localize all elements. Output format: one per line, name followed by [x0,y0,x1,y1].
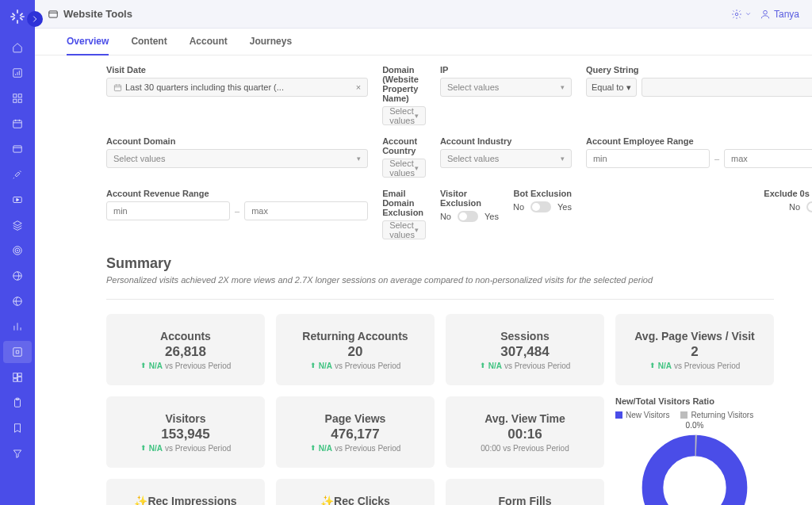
nav-target[interactable] [3,239,32,262]
metric-accounts: Accounts 26,818 ⬆N/Avs Previous Period [106,314,265,385]
tab-account[interactable]: Account [190,29,228,55]
gear-icon [731,9,742,20]
app-header: Website Tools Tanya [35,0,812,29]
filter-label: Domain (Website Property Name) [382,65,426,103]
svg-rect-18 [13,379,17,382]
filter-label: Query String [586,65,812,75]
bot-exclusion-toggle[interactable] [530,201,551,212]
chevron-down-icon [745,10,752,17]
metric-returning-accounts: Returning Accounts 20 ⬆N/Avs Previous Pe… [276,314,435,385]
tab-journeys[interactable]: Journeys [250,29,292,55]
legend-returning-visitors: Returning Visitors [680,411,753,419]
metric-page-views: Page Views 476,177 ⬆N/Avs Previous Perio… [276,396,435,468]
donut-chart [639,432,750,506]
query-string-input[interactable] [642,78,812,97]
svg-rect-24 [114,85,121,90]
filter-label: Exclude 0s Duration [764,189,812,198]
metrics-row-1: Accounts 26,818 ⬆N/Avs Previous Period R… [106,314,774,385]
email-exclusion-select[interactable]: Select values▾ [382,220,426,239]
filter-label: Account Industry [440,136,572,146]
svg-rect-2 [18,94,21,98]
visitors-ratio-chart: New/Total Visitors Ratio New Visitors Re… [615,396,774,505]
metric-form-fills: Form Fills 0 0.0%vs Previous Period [446,479,604,505]
nav-clipboard[interactable] [3,392,32,414]
metric-rec-impressions: ✨Rec Impressions 153,099 ⬆N/Avs Previous… [106,479,265,505]
nav-layers[interactable] [3,214,32,236]
svg-point-10 [15,248,20,253]
filter-label: Email Domain Exclusion [382,189,426,217]
metric-rec-clicks: ✨Rec Clicks 21,811 ⬆N/Avs Previous Perio… [276,479,435,505]
calendar-icon [113,83,122,92]
nav-dashboard[interactable] [3,366,32,388]
sidebar-expand-button[interactable] [27,11,43,27]
svg-rect-1 [13,94,17,98]
filter-label: Account Revenue Range [106,189,368,198]
nav-filter[interactable] [3,442,32,465]
nav-calendar[interactable] [3,113,32,135]
revenue-max-input[interactable] [244,201,368,220]
metric-sessions: Sessions 307,484 ⬆N/Avs Previous Period [446,314,604,385]
nav-globe1[interactable] [3,265,32,287]
filter-label: Bot Exclusion [514,189,572,198]
filter-label: Account Domain [106,136,368,146]
query-operator-select[interactable]: Equal to▾ [586,78,637,97]
close-chip-icon[interactable]: × [356,82,361,92]
nav-video[interactable] [3,189,32,211]
nav-tools[interactable] [3,163,32,186]
nav-grid[interactable] [3,87,32,109]
user-icon [760,9,771,20]
user-name: Tanya [774,9,799,20]
filters-panel: Visit Date Last 30 quarters including th… [106,65,774,239]
page-title: Website Tools [63,8,132,20]
svg-rect-16 [18,373,22,377]
tab-overview[interactable]: Overview [67,29,109,55]
metric-avg-page-views: Avg. Page Views / Visit 2 ⬆N/Avs Previou… [615,314,774,385]
svg-point-11 [17,250,17,251]
nav-bars[interactable] [3,316,32,338]
visit-date-select[interactable]: Last 30 quarters including this quarter … [106,78,368,97]
ip-select[interactable]: Select values▾ [440,78,572,97]
summary-title: Summary [106,255,774,272]
visitor-exclusion-toggle[interactable] [458,211,478,222]
domain-select[interactable]: Select values▾ [382,106,426,125]
app-logo [7,6,28,27]
account-country-select[interactable]: Select values▾ [382,159,426,178]
filter-label: Visitor Exclusion [440,189,499,208]
settings-menu[interactable] [731,9,752,20]
metrics-row-2: Visitors 153,945 ⬆N/Avs Previous Period … [106,396,774,505]
svg-marker-8 [17,198,19,201]
nav-globe2[interactable] [3,290,32,312]
browser-icon [48,9,59,20]
employee-min-input[interactable] [586,149,710,168]
svg-rect-17 [18,377,22,381]
nav-browser[interactable] [3,138,32,160]
svg-point-9 [13,247,22,255]
svg-rect-21 [49,10,58,17]
employee-max-input[interactable] [724,149,812,168]
svg-rect-6 [13,146,22,152]
nav-analytics[interactable] [3,62,32,84]
summary-text: Personalized visits achieved 2X more vie… [106,275,774,285]
svg-point-25 [653,446,737,506]
filter-label: IP [440,65,572,75]
metric-avg-view-time: Avg. View Time 00:16 00:00vs Previous Pe… [446,396,604,468]
metric-visitors: Visitors 153,945 ⬆N/Avs Previous Period [106,396,265,468]
svg-rect-14 [13,348,22,357]
nav-website-tools[interactable] [3,341,32,363]
tab-content[interactable]: Content [131,29,167,55]
revenue-min-input[interactable] [106,201,230,220]
filter-label: Visit Date [106,65,368,75]
account-industry-select[interactable]: Select values▾ [440,149,572,168]
svg-rect-15 [13,373,17,378]
user-menu[interactable]: Tanya [760,9,799,20]
nav-bookmark[interactable] [3,417,32,439]
svg-rect-4 [18,99,21,102]
filter-label: Account Employee Range [586,136,812,146]
nav-home[interactable] [3,36,32,59]
filter-label: Account Country [382,136,426,155]
svg-point-23 [764,10,768,14]
svg-point-22 [735,13,738,16]
account-domain-select[interactable]: Select values▾ [106,149,368,168]
svg-rect-3 [13,99,17,102]
exclude-0s-toggle[interactable] [806,201,812,212]
